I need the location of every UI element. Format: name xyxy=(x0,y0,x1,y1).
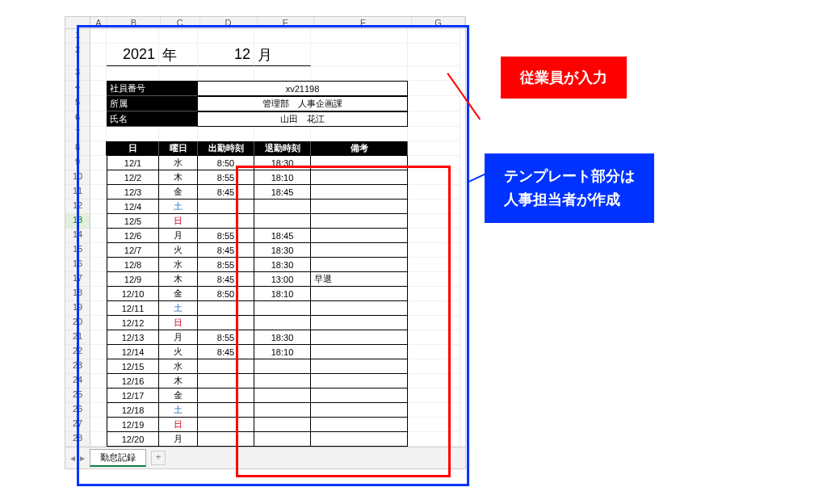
row-number[interactable]: 17 xyxy=(65,272,90,287)
cell-dow[interactable]: 水 xyxy=(159,156,198,170)
cell-clock-in[interactable] xyxy=(198,301,254,316)
cell-dow[interactable]: 水 xyxy=(159,258,198,272)
th-out[interactable]: 退勤時刻 xyxy=(254,141,311,156)
cell-dow[interactable]: 月 xyxy=(159,432,198,447)
row-number[interactable]: 27 xyxy=(65,418,90,432)
cell-dow[interactable]: 火 xyxy=(159,243,198,258)
cell-clock-in[interactable]: 8:45 xyxy=(198,272,254,287)
cell-date[interactable]: 12/8 xyxy=(107,258,159,272)
row-number[interactable]: 22 xyxy=(65,345,90,359)
cell-note[interactable] xyxy=(311,243,408,258)
cell[interactable] xyxy=(198,127,254,141)
cell[interactable] xyxy=(408,330,460,345)
cell-note[interactable] xyxy=(311,403,408,418)
cell-clock-out[interactable]: 18:30 xyxy=(254,330,311,345)
cell-note[interactable] xyxy=(311,301,408,316)
cell[interactable] xyxy=(408,229,460,243)
cell-clock-in[interactable] xyxy=(198,418,254,432)
row-number[interactable]: 24 xyxy=(65,374,90,388)
cell[interactable] xyxy=(408,141,460,156)
cell[interactable] xyxy=(408,185,460,200)
th-note[interactable]: 備考 xyxy=(311,141,408,156)
cell[interactable] xyxy=(90,200,107,214)
cell[interactable] xyxy=(90,272,107,287)
year-label[interactable]: 年 xyxy=(159,44,198,66)
cell-dow[interactable]: 月 xyxy=(159,330,198,345)
cell[interactable] xyxy=(408,345,460,359)
cell-date[interactable]: 12/2 xyxy=(107,170,159,185)
cell[interactable] xyxy=(90,345,107,359)
row-number[interactable]: 14 xyxy=(65,229,90,243)
cell-date[interactable]: 12/14 xyxy=(107,345,159,359)
cell[interactable] xyxy=(90,66,107,81)
cell[interactable] xyxy=(90,403,107,418)
row-number[interactable]: 19 xyxy=(65,301,90,316)
col-header-f[interactable]: F xyxy=(314,17,412,28)
cell-clock-in[interactable] xyxy=(198,359,254,374)
row-number[interactable]: 13 xyxy=(65,214,90,229)
cell[interactable] xyxy=(159,29,198,44)
cell-date[interactable]: 12/12 xyxy=(107,316,159,330)
cell-date[interactable]: 12/17 xyxy=(107,388,159,403)
cell-clock-in[interactable] xyxy=(198,388,254,403)
cell-note[interactable] xyxy=(311,229,408,243)
cell-date[interactable]: 12/19 xyxy=(107,418,159,432)
cell[interactable] xyxy=(408,388,460,403)
cell-clock-in[interactable]: 8:45 xyxy=(198,185,254,200)
cell[interactable] xyxy=(90,81,107,96)
cell[interactable] xyxy=(408,243,460,258)
cell[interactable] xyxy=(90,214,107,229)
cell-clock-in[interactable]: 8:45 xyxy=(198,243,254,258)
month-value[interactable]: 12 xyxy=(198,44,254,66)
cell[interactable] xyxy=(408,287,460,301)
cell[interactable] xyxy=(408,29,460,44)
cell[interactable] xyxy=(90,316,107,330)
cell-dow[interactable]: 月 xyxy=(159,229,198,243)
row-number[interactable]: 10 xyxy=(65,170,90,185)
cell-clock-out[interactable] xyxy=(254,359,311,374)
cell-note[interactable] xyxy=(311,359,408,374)
row-number[interactable]: 12 xyxy=(65,200,90,214)
cell-date[interactable]: 12/20 xyxy=(107,432,159,447)
cell-clock-out[interactable]: 18:10 xyxy=(254,345,311,359)
cell-note[interactable] xyxy=(311,214,408,229)
cell[interactable] xyxy=(408,81,460,96)
row-number[interactable]: 21 xyxy=(65,330,90,345)
cell[interactable] xyxy=(408,403,460,418)
cell[interactable] xyxy=(90,156,107,170)
cell[interactable] xyxy=(311,44,408,66)
cell[interactable] xyxy=(107,29,159,44)
cell-date[interactable]: 12/13 xyxy=(107,330,159,345)
cell[interactable] xyxy=(408,127,460,141)
cell[interactable] xyxy=(90,243,107,258)
sheet-nav-next-icon[interactable]: ▸ xyxy=(80,452,85,464)
row-number[interactable]: 3 xyxy=(65,66,90,81)
cell[interactable] xyxy=(90,418,107,432)
cell[interactable] xyxy=(90,258,107,272)
name-value[interactable]: 山田 花江 xyxy=(198,111,408,127)
cell[interactable] xyxy=(90,388,107,403)
cell-clock-out[interactable]: 18:30 xyxy=(254,156,311,170)
cell-dow[interactable]: 木 xyxy=(159,374,198,388)
cell[interactable] xyxy=(408,432,460,447)
cell-clock-out[interactable]: 18:45 xyxy=(254,229,311,243)
cell-date[interactable]: 12/9 xyxy=(107,272,159,287)
cell-clock-out[interactable] xyxy=(254,403,311,418)
cell[interactable] xyxy=(408,96,460,111)
cell-note[interactable] xyxy=(311,200,408,214)
row-number[interactable]: 5 xyxy=(65,96,90,111)
col-header-g[interactable]: G xyxy=(412,17,465,28)
cell-clock-out[interactable] xyxy=(254,418,311,432)
cell[interactable] xyxy=(90,44,107,66)
row-number[interactable]: 1 xyxy=(65,29,90,44)
cell-dow[interactable]: 日 xyxy=(159,214,198,229)
cell[interactable] xyxy=(408,170,460,185)
cell-note[interactable] xyxy=(311,170,408,185)
cell-dow[interactable]: 日 xyxy=(159,316,198,330)
cell[interactable] xyxy=(90,287,107,301)
cell-note[interactable]: 早退 xyxy=(311,272,408,287)
cell[interactable] xyxy=(159,127,198,141)
cell-clock-in[interactable]: 8:55 xyxy=(198,170,254,185)
cell[interactable] xyxy=(198,66,254,81)
row-number[interactable]: 2 xyxy=(65,44,90,66)
